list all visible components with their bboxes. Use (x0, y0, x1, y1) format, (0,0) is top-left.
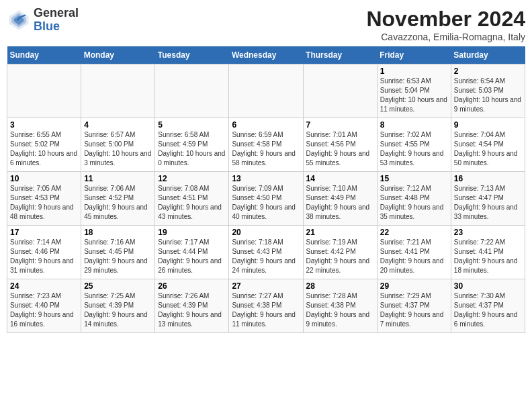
calendar-cell: 26Sunrise: 7:26 AM Sunset: 4:39 PM Dayli… (155, 279, 229, 333)
logo-icon (7, 8, 31, 32)
day-number: 2 (454, 66, 522, 76)
calendar-cell: 17Sunrise: 7:14 AM Sunset: 4:46 PM Dayli… (7, 226, 81, 279)
day-info: Sunrise: 6:58 AM Sunset: 4:59 PM Dayligh… (158, 130, 226, 168)
day-info: Sunrise: 7:25 AM Sunset: 4:39 PM Dayligh… (84, 291, 152, 329)
calendar-cell: 27Sunrise: 7:27 AM Sunset: 4:38 PM Dayli… (229, 279, 303, 333)
day-info: Sunrise: 7:04 AM Sunset: 4:54 PM Dayligh… (454, 130, 522, 168)
calendar-cell: 30Sunrise: 7:30 AM Sunset: 4:37 PM Dayli… (451, 279, 525, 333)
day-number: 12 (158, 174, 226, 183)
day-info: Sunrise: 6:55 AM Sunset: 5:02 PM Dayligh… (10, 130, 78, 168)
day-info: Sunrise: 7:06 AM Sunset: 4:52 PM Dayligh… (84, 184, 152, 222)
calendar-cell: 19Sunrise: 7:17 AM Sunset: 4:44 PM Dayli… (155, 226, 229, 279)
calendar-table: SundayMondayTuesdayWednesdayThursdayFrid… (7, 46, 525, 333)
day-number: 1 (380, 66, 448, 76)
day-number: 21 (306, 228, 374, 237)
day-info: Sunrise: 7:19 AM Sunset: 4:42 PM Dayligh… (306, 238, 374, 275)
day-number: 15 (380, 174, 448, 183)
calendar-cell: 18Sunrise: 7:16 AM Sunset: 4:45 PM Dayli… (81, 226, 155, 279)
day-number: 6 (232, 120, 300, 130)
day-of-week-thursday: Thursday (303, 46, 377, 64)
calendar-cell (303, 64, 377, 118)
day-number: 28 (306, 281, 374, 291)
day-info: Sunrise: 7:05 AM Sunset: 4:53 PM Dayligh… (10, 184, 78, 222)
day-info: Sunrise: 6:54 AM Sunset: 5:03 PM Dayligh… (454, 77, 522, 114)
calendar-cell: 7Sunrise: 7:01 AM Sunset: 4:56 PM Daylig… (303, 118, 377, 172)
day-number: 24 (10, 281, 78, 291)
day-number: 5 (158, 120, 226, 130)
day-number: 17 (10, 228, 78, 237)
week-row-5: 24Sunrise: 7:23 AM Sunset: 4:40 PM Dayli… (7, 279, 525, 333)
day-number: 26 (158, 281, 226, 291)
week-row-2: 3Sunrise: 6:55 AM Sunset: 5:02 PM Daylig… (7, 118, 525, 172)
day-number: 18 (84, 228, 152, 237)
day-of-week-tuesday: Tuesday (155, 46, 229, 64)
calendar-cell: 14Sunrise: 7:10 AM Sunset: 4:49 PM Dayli… (303, 172, 377, 226)
day-info: Sunrise: 7:26 AM Sunset: 4:39 PM Dayligh… (158, 291, 226, 329)
day-number: 27 (232, 281, 300, 291)
location-subtitle: Cavazzona, Emilia-Romagna, Italy (366, 32, 525, 42)
calendar-cell: 15Sunrise: 7:12 AM Sunset: 4:48 PM Dayli… (377, 172, 451, 226)
day-info: Sunrise: 7:14 AM Sunset: 4:46 PM Dayligh… (10, 238, 78, 275)
calendar-cell: 1Sunrise: 6:53 AM Sunset: 5:04 PM Daylig… (377, 64, 451, 118)
calendar-cell: 29Sunrise: 7:29 AM Sunset: 4:37 PM Dayli… (377, 279, 451, 333)
month-title: November 2024 (366, 7, 525, 32)
calendar-cell: 22Sunrise: 7:21 AM Sunset: 4:41 PM Dayli… (377, 226, 451, 279)
week-row-4: 17Sunrise: 7:14 AM Sunset: 4:46 PM Dayli… (7, 226, 525, 279)
day-info: Sunrise: 6:53 AM Sunset: 5:04 PM Dayligh… (380, 77, 448, 114)
calendar-cell: 28Sunrise: 7:28 AM Sunset: 4:38 PM Dayli… (303, 279, 377, 333)
calendar-cell: 21Sunrise: 7:19 AM Sunset: 4:42 PM Dayli… (303, 226, 377, 279)
day-number: 20 (232, 228, 300, 237)
calendar-cell: 4Sunrise: 6:57 AM Sunset: 5:00 PM Daylig… (81, 118, 155, 172)
day-number: 7 (306, 120, 374, 130)
calendar-cell: 6Sunrise: 6:59 AM Sunset: 4:58 PM Daylig… (229, 118, 303, 172)
day-info: Sunrise: 7:08 AM Sunset: 4:51 PM Dayligh… (158, 184, 226, 222)
calendar-cell: 3Sunrise: 6:55 AM Sunset: 5:02 PM Daylig… (7, 118, 81, 172)
day-number: 19 (158, 228, 226, 237)
calendar-cell: 10Sunrise: 7:05 AM Sunset: 4:53 PM Dayli… (7, 172, 81, 226)
day-number: 23 (454, 228, 522, 237)
calendar-cell: 5Sunrise: 6:58 AM Sunset: 4:59 PM Daylig… (155, 118, 229, 172)
calendar-cell: 2Sunrise: 6:54 AM Sunset: 5:03 PM Daylig… (451, 64, 525, 118)
day-info: Sunrise: 7:12 AM Sunset: 4:48 PM Dayligh… (380, 184, 448, 222)
calendar-cell: 11Sunrise: 7:06 AM Sunset: 4:52 PM Dayli… (81, 172, 155, 226)
day-number: 14 (306, 174, 374, 183)
title-area: November 2024 Cavazzona, Emilia-Romagna,… (366, 7, 525, 42)
day-info: Sunrise: 7:18 AM Sunset: 4:43 PM Dayligh… (232, 238, 300, 275)
week-row-3: 10Sunrise: 7:05 AM Sunset: 4:53 PM Dayli… (7, 172, 525, 226)
logo: General Blue (7, 7, 79, 34)
header: General Blue November 2024 Cavazzona, Em… (7, 7, 525, 42)
day-number: 8 (380, 120, 448, 130)
day-info: Sunrise: 7:21 AM Sunset: 4:41 PM Dayligh… (380, 238, 448, 275)
calendar-cell: 23Sunrise: 7:22 AM Sunset: 4:41 PM Dayli… (451, 226, 525, 279)
calendar-cell (155, 64, 229, 118)
day-info: Sunrise: 7:09 AM Sunset: 4:50 PM Dayligh… (232, 184, 300, 222)
day-number: 29 (380, 281, 448, 291)
day-info: Sunrise: 6:57 AM Sunset: 5:00 PM Dayligh… (84, 130, 152, 168)
day-number: 30 (454, 281, 522, 291)
day-info: Sunrise: 7:30 AM Sunset: 4:37 PM Dayligh… (454, 291, 522, 329)
day-info: Sunrise: 7:22 AM Sunset: 4:41 PM Dayligh… (454, 238, 522, 275)
day-info: Sunrise: 7:27 AM Sunset: 4:38 PM Dayligh… (232, 291, 300, 329)
day-number: 16 (454, 174, 522, 183)
day-number: 3 (10, 120, 78, 130)
day-of-week-saturday: Saturday (451, 46, 525, 64)
day-info: Sunrise: 7:16 AM Sunset: 4:45 PM Dayligh… (84, 238, 152, 275)
day-number: 13 (232, 174, 300, 183)
calendar-cell (7, 64, 81, 118)
calendar-cell: 12Sunrise: 7:08 AM Sunset: 4:51 PM Dayli… (155, 172, 229, 226)
calendar-cell: 16Sunrise: 7:13 AM Sunset: 4:47 PM Dayli… (451, 172, 525, 226)
day-info: Sunrise: 7:10 AM Sunset: 4:49 PM Dayligh… (306, 184, 374, 222)
calendar-cell: 20Sunrise: 7:18 AM Sunset: 4:43 PM Dayli… (229, 226, 303, 279)
day-info: Sunrise: 7:01 AM Sunset: 4:56 PM Dayligh… (306, 130, 374, 168)
day-info: Sunrise: 7:28 AM Sunset: 4:38 PM Dayligh… (306, 291, 374, 329)
calendar-cell: 24Sunrise: 7:23 AM Sunset: 4:40 PM Dayli… (7, 279, 81, 333)
calendar-cell: 9Sunrise: 7:04 AM Sunset: 4:54 PM Daylig… (451, 118, 525, 172)
calendar-cell: 13Sunrise: 7:09 AM Sunset: 4:50 PM Dayli… (229, 172, 303, 226)
calendar-cell (229, 64, 303, 118)
day-info: Sunrise: 7:13 AM Sunset: 4:47 PM Dayligh… (454, 184, 522, 222)
logo-text: General Blue (34, 7, 79, 34)
day-number: 11 (84, 174, 152, 183)
calendar-cell: 25Sunrise: 7:25 AM Sunset: 4:39 PM Dayli… (81, 279, 155, 333)
day-of-week-wednesday: Wednesday (229, 46, 303, 64)
week-row-1: 1Sunrise: 6:53 AM Sunset: 5:04 PM Daylig… (7, 64, 525, 118)
